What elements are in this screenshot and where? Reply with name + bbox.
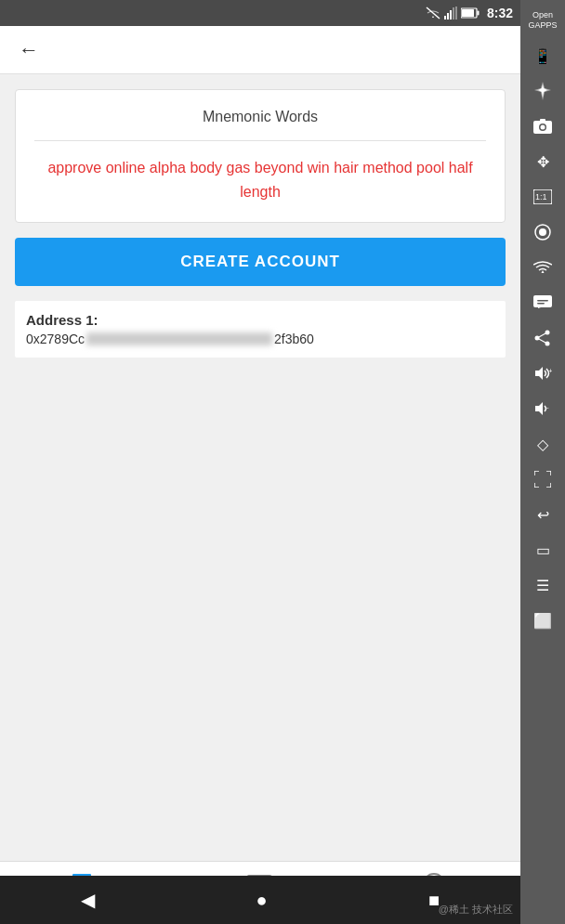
android-back-button[interactable]: ◀ (81, 889, 95, 911)
svg-rect-9 (537, 300, 548, 302)
nav-bar: ← (0, 26, 520, 74)
svg-rect-25 (455, 7, 457, 20)
svg-line-15 (537, 338, 547, 344)
status-icons: 8:32 (426, 6, 513, 20)
svg-rect-24 (453, 7, 454, 20)
volume-down-icon[interactable]: - (524, 392, 561, 425)
svg-rect-28 (477, 11, 479, 16)
message-icon[interactable] (524, 286, 561, 319)
address-section: Address 1: 0x2789Cc 2f3b60 (15, 301, 506, 358)
address-suffix: 2f3b60 (274, 332, 314, 346)
svg-marker-16 (535, 367, 543, 380)
status-bar: 8:32 (0, 0, 520, 26)
back-button[interactable]: ← (15, 34, 43, 66)
volume-up-icon[interactable]: + (524, 357, 561, 390)
back-icon[interactable]: ↩ (524, 498, 561, 531)
create-account-button[interactable]: CREATE ACCOUNT (15, 238, 506, 286)
svg-text:1:1: 1:1 (535, 192, 547, 202)
main-content: 8:32 ← Mnemonic Words approve online alp… (0, 0, 520, 924)
move-icon[interactable]: ✥ (524, 145, 561, 178)
fullscreen-icon[interactable] (524, 462, 561, 496)
record-icon[interactable] (524, 215, 561, 249)
phone-icon[interactable]: 📱 (524, 39, 561, 72)
signal-icon (444, 7, 457, 20)
wifi-icon (426, 7, 440, 20)
svg-point-2 (541, 125, 545, 130)
recents-icon[interactable]: ▭ (524, 533, 561, 566)
open-gapps-icon[interactable]: OpenGAPPS (524, 4, 561, 37)
open-gapps-group: OpenGAPPS (524, 4, 561, 37)
watermark: @稀土 技术社区 (439, 903, 513, 917)
svg-rect-3 (540, 119, 545, 122)
gps-icon[interactable] (524, 74, 561, 108)
id-icon[interactable]: 1:1 (524, 180, 561, 214)
svg-text:+: + (548, 367, 552, 375)
address-value: 0x2789Cc 2f3b60 (26, 332, 494, 346)
content-area: Mnemonic Words approve online alpha body… (0, 74, 520, 861)
wifi-icon[interactable] (524, 251, 561, 284)
address-blurred (86, 332, 272, 345)
svg-line-14 (537, 332, 547, 338)
svg-rect-22 (447, 13, 449, 20)
svg-rect-10 (537, 303, 545, 305)
svg-rect-21 (444, 16, 446, 20)
address-prefix: 0x2789Cc (26, 332, 85, 346)
android-nav-bar: ◀ ● ■ @稀土 技术社区 (0, 876, 520, 924)
camera-icon[interactable] (524, 110, 561, 143)
svg-text:-: - (546, 403, 549, 411)
home-soft-icon[interactable]: ⬜ (524, 604, 561, 637)
svg-point-7 (539, 228, 546, 236)
eraser-icon[interactable]: ◇ (524, 427, 561, 461)
svg-rect-27 (462, 9, 474, 17)
mnemonic-title: Mnemonic Words (34, 109, 486, 125)
android-home-button[interactable]: ● (256, 890, 267, 911)
menu-icon[interactable]: ☰ (524, 568, 561, 602)
share-icon[interactable] (524, 321, 561, 355)
svg-rect-23 (450, 10, 452, 20)
right-sidebar: OpenGAPPS 📱 ✥ 1:1 (520, 0, 565, 924)
mnemonic-words: approve online alpha body gas beyond win… (34, 156, 486, 203)
battery-icon (461, 7, 480, 19)
status-time: 8:32 (487, 6, 513, 20)
mnemonic-divider (34, 140, 486, 141)
address-label: Address 1: (26, 312, 494, 328)
mnemonic-card: Mnemonic Words approve online alpha body… (15, 89, 506, 223)
svg-marker-18 (535, 402, 543, 415)
